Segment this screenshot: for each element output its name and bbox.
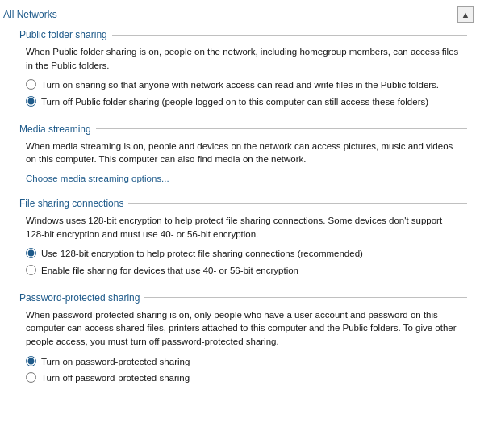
media-streaming-header: Media streaming [19, 124, 467, 135]
public-folder-sharing-section: Public folder sharing When Public folder… [0, 29, 480, 115]
radio-pw-on-label: Turn on password-protected sharing [41, 355, 190, 369]
password-protected-sharing-title: Password-protected sharing [19, 292, 144, 304]
file-sharing-connections-divider [128, 203, 467, 204]
radio-pw-off[interactable] [26, 372, 36, 383]
radio-pw-off-label: Turn off password-protected sharing [41, 371, 190, 385]
password-protected-sharing-description: When password-protected sharing is on, o… [19, 308, 467, 355]
public-folder-sharing-title: Public folder sharing [19, 29, 112, 40]
all-networks-header: All Networks ▲ [0, 6, 480, 26]
radio-item-pw-on: Turn on password-protected sharing [26, 355, 461, 369]
choose-media-streaming-link[interactable]: Choose media streaming options... [19, 174, 176, 190]
all-networks-collapse-button[interactable]: ▲ [457, 6, 474, 23]
file-sharing-connections-options: Use 128-bit encryption to help protect f… [19, 247, 467, 283]
all-networks-divider [62, 15, 453, 15]
media-streaming-section: Media streaming When media streaming is … [0, 124, 480, 190]
radio-public-off[interactable] [26, 96, 36, 107]
radio-pw-on[interactable] [26, 356, 36, 366]
file-sharing-connections-section: File sharing connections Windows uses 12… [0, 198, 480, 284]
radio-4056bit-label: Enable file sharing for devices that use… [41, 264, 298, 278]
radio-public-off-label: Turn off Public folder sharing (people l… [41, 95, 428, 109]
media-streaming-title: Media streaming [19, 124, 96, 135]
password-protected-sharing-header: Password-protected sharing [19, 292, 467, 304]
radio-item-4056bit: Enable file sharing for devices that use… [26, 264, 461, 278]
radio-public-on[interactable] [26, 79, 36, 90]
radio-item-128bit: Use 128-bit encryption to help protect f… [26, 247, 461, 261]
password-protected-sharing-section: Password-protected sharing When password… [0, 292, 480, 391]
file-sharing-connections-header: File sharing connections [19, 198, 467, 209]
public-folder-sharing-options: Turn on sharing so that anyone with netw… [19, 78, 467, 115]
radio-4056bit[interactable] [26, 265, 36, 275]
radio-128bit[interactable] [26, 248, 36, 258]
all-networks-title: All Networks [3, 9, 62, 20]
public-folder-sharing-header: Public folder sharing [19, 29, 467, 40]
file-sharing-connections-title: File sharing connections [19, 198, 128, 209]
file-sharing-connections-description: Windows uses 128-bit encryption to help … [19, 214, 467, 247]
password-protected-sharing-divider [144, 297, 467, 298]
radio-public-on-label: Turn on sharing so that anyone with netw… [41, 78, 439, 92]
media-streaming-description: When media streaming is on, people and d… [19, 140, 467, 173]
radio-item-pw-off: Turn off password-protected sharing [26, 371, 461, 385]
radio-128bit-label: Use 128-bit encryption to help protect f… [41, 247, 363, 261]
password-protected-sharing-options: Turn on password-protected sharing Turn … [19, 355, 467, 391]
public-folder-sharing-description: When Public folder sharing is on, people… [19, 45, 467, 78]
media-streaming-divider [96, 128, 467, 129]
radio-item-public-on: Turn on sharing so that anyone with netw… [26, 78, 461, 92]
public-folder-sharing-divider [112, 35, 467, 36]
chevron-up-icon: ▲ [461, 10, 470, 19]
radio-item-public-off: Turn off Public folder sharing (people l… [26, 95, 461, 109]
